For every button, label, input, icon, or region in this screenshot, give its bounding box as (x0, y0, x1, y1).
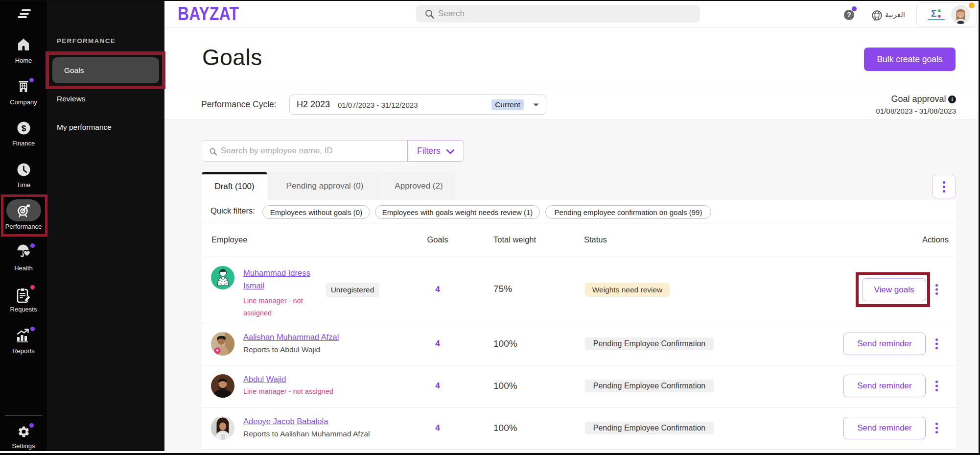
svg-text:$: $ (21, 124, 26, 133)
svg-text:Σ: Σ (931, 8, 936, 19)
